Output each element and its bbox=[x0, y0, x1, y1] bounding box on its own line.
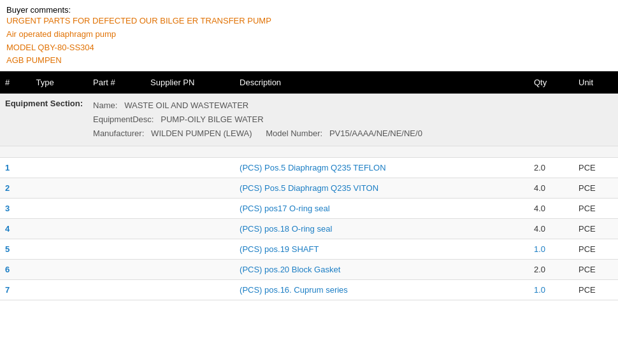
row-part bbox=[88, 260, 145, 280]
buyer-line-2: Air operated diaphragm pump bbox=[6, 28, 612, 41]
table-row: 1(PCS) Pos.5 Diaphragm Q235 TEFLON2.0PCE bbox=[0, 158, 618, 178]
description-link[interactable]: (PCS) pos.20 Block Gasket bbox=[240, 265, 340, 274]
equipment-section-label: Equipment Section: bbox=[5, 99, 83, 108]
table-row: 3(PCS) pos17 O-ring seal4.0PCE bbox=[0, 199, 618, 219]
row-type bbox=[31, 239, 89, 260]
parts-table: # Type Part # Supplier PN Description Qt… bbox=[0, 71, 618, 300]
row-part bbox=[88, 178, 145, 199]
description-link[interactable]: (PCS) pos17 O-ring seal bbox=[240, 204, 330, 213]
table-header-row: # Type Part # Supplier PN Description Qt… bbox=[0, 71, 618, 94]
buyer-line-4: AGB PUMPEN bbox=[6, 54, 612, 67]
name-value: WASTE OIL AND WASTEWATER bbox=[124, 101, 248, 110]
buyer-line-1: URGENT PARTS FOR DEFECTED OUR BILGE ER T… bbox=[6, 15, 612, 28]
description-link[interactable]: (PCS) Pos.5 Diaphragm Q235 VITON bbox=[240, 183, 378, 193]
row-type bbox=[31, 158, 89, 178]
row-number: 6 bbox=[0, 260, 31, 280]
equipment-section-info-cell: Name: WASTE OIL AND WASTEWATER Equipment… bbox=[88, 94, 618, 146]
description-link[interactable]: (PCS) pos.18 O-ring seal bbox=[240, 224, 332, 234]
equipment-desc-line: EquipmentDesc: PUMP-OILY BILGE WATER bbox=[93, 113, 613, 127]
row-description: (PCS) pos.16. Cuprum series bbox=[234, 280, 529, 300]
row-part bbox=[88, 280, 145, 300]
row-unit: PCE bbox=[573, 178, 618, 199]
row-description: (PCS) Pos.5 Diaphragm Q235 VITON bbox=[234, 178, 529, 199]
model-value: PV15/AAAA/NE/NE/NE/0 bbox=[329, 129, 422, 138]
row-qty: 4.0 bbox=[529, 199, 573, 219]
row-part bbox=[88, 219, 145, 239]
row-number: 3 bbox=[0, 199, 31, 219]
row-unit: PCE bbox=[573, 219, 618, 239]
row-part bbox=[88, 199, 145, 219]
buyer-comments-label: Buyer comments: bbox=[6, 5, 71, 15]
row-description: (PCS) pos.19 SHAFT bbox=[234, 239, 529, 260]
buyer-comments-section: Buyer comments: URGENT PARTS FOR DEFECTE… bbox=[0, 0, 618, 71]
row-type bbox=[31, 219, 89, 239]
row-number: 2 bbox=[0, 178, 31, 199]
row-number: 5 bbox=[0, 239, 31, 260]
col-header-qty: Qty bbox=[529, 71, 573, 94]
name-label: Name: bbox=[93, 101, 117, 110]
row-qty: 1.0 bbox=[529, 280, 573, 300]
row-supplier-pn bbox=[145, 219, 234, 239]
table-row: 4(PCS) pos.18 O-ring seal4.0PCE bbox=[0, 219, 618, 239]
manufacturer-label: Manufacturer: bbox=[93, 129, 144, 138]
equipment-manufacturer-line: Manufacturer: WILDEN PUMPEN (LEWA) Model… bbox=[93, 127, 613, 141]
row-qty: 2.0 bbox=[529, 260, 573, 280]
equipment-section-label-cell: Equipment Section: bbox=[0, 94, 88, 146]
row-unit: PCE bbox=[573, 199, 618, 219]
table-row: 5(PCS) pos.19 SHAFT1.0PCE bbox=[0, 239, 618, 260]
equipment-section-row: Equipment Section: Name: WASTE OIL AND W… bbox=[0, 94, 618, 146]
table-row: 7(PCS) pos.16. Cuprum series1.0PCE bbox=[0, 280, 618, 300]
manufacturer-value: WILDEN PUMPEN (LEWA) bbox=[151, 129, 252, 138]
col-header-hash: # bbox=[0, 71, 31, 94]
row-qty: 1.0 bbox=[529, 239, 573, 260]
row-supplier-pn bbox=[145, 158, 234, 178]
row-supplier-pn bbox=[145, 239, 234, 260]
col-header-unit: Unit bbox=[573, 71, 618, 94]
description-link[interactable]: (PCS) pos.19 SHAFT bbox=[240, 244, 319, 254]
row-number: 4 bbox=[0, 219, 31, 239]
row-part bbox=[88, 158, 145, 178]
col-header-supplier: Supplier PN bbox=[145, 71, 234, 94]
row-supplier-pn bbox=[145, 199, 234, 219]
row-type bbox=[31, 280, 89, 300]
row-description: (PCS) pos.18 O-ring seal bbox=[234, 219, 529, 239]
buyer-comments-text: URGENT PARTS FOR DEFECTED OUR BILGE ER T… bbox=[6, 15, 612, 67]
col-header-description: Description bbox=[234, 71, 529, 94]
row-supplier-pn bbox=[145, 280, 234, 300]
equipment-info: Name: WASTE OIL AND WASTEWATER Equipment… bbox=[93, 99, 613, 141]
col-header-type: Type bbox=[31, 71, 89, 94]
row-type bbox=[31, 260, 89, 280]
row-unit: PCE bbox=[573, 239, 618, 260]
description-link[interactable]: (PCS) pos.16. Cuprum series bbox=[240, 285, 348, 295]
table-row: 6(PCS) pos.20 Block Gasket2.0PCE bbox=[0, 260, 618, 280]
row-unit: PCE bbox=[573, 260, 618, 280]
row-number: 1 bbox=[0, 158, 31, 178]
row-qty: 4.0 bbox=[529, 178, 573, 199]
row-description: (PCS) pos17 O-ring seal bbox=[234, 199, 529, 219]
row-supplier-pn bbox=[145, 260, 234, 280]
row-qty: 4.0 bbox=[529, 219, 573, 239]
row-description: (PCS) Pos.5 Diaphragm Q235 TEFLON bbox=[234, 158, 529, 178]
row-type bbox=[31, 199, 89, 219]
equipment-name-line: Name: WASTE OIL AND WASTEWATER bbox=[93, 99, 613, 113]
row-part bbox=[88, 239, 145, 260]
table-row: 2(PCS) Pos.5 Diaphragm Q235 VITON4.0PCE bbox=[0, 178, 618, 199]
row-description: (PCS) pos.20 Block Gasket bbox=[234, 260, 529, 280]
row-qty: 2.0 bbox=[529, 158, 573, 178]
model-label: Model Number: bbox=[266, 129, 322, 138]
row-type bbox=[31, 178, 89, 199]
row-unit: PCE bbox=[573, 280, 618, 300]
col-header-part: Part # bbox=[88, 71, 145, 94]
row-number: 7 bbox=[0, 280, 31, 300]
equip-desc-value: PUMP-OILY BILGE WATER bbox=[161, 115, 263, 124]
row-supplier-pn bbox=[145, 178, 234, 199]
buyer-line-3: MODEL QBY-80-SS304 bbox=[6, 41, 612, 55]
equip-desc-label: EquipmentDesc: bbox=[93, 115, 154, 124]
description-link[interactable]: (PCS) Pos.5 Diaphragm Q235 TEFLON bbox=[240, 163, 386, 172]
row-unit: PCE bbox=[573, 158, 618, 178]
spacer-row bbox=[0, 146, 618, 158]
